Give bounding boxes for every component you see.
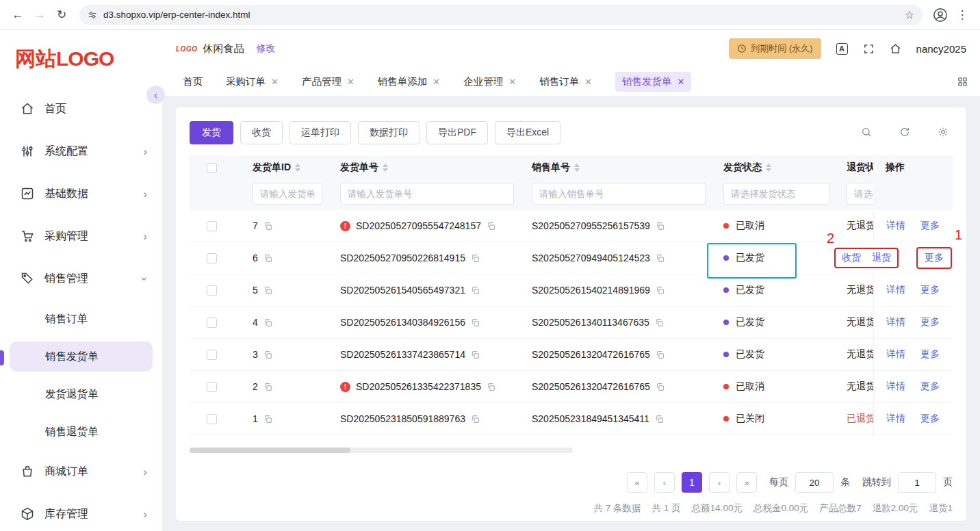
tab-sales-add[interactable]: 销售单添加✕ <box>378 75 440 88</box>
copy-icon[interactable] <box>471 254 480 263</box>
detail-link[interactable]: 详情 <box>886 316 905 328</box>
first-page-button[interactable]: « <box>627 472 647 493</box>
tab-home[interactable]: 首页 <box>183 75 203 88</box>
back-button[interactable]: ← <box>7 4 29 26</box>
translate-icon[interactable]: A <box>836 43 848 55</box>
close-icon[interactable]: ✕ <box>678 77 685 87</box>
prev-page-button[interactable]: ‹ <box>654 472 675 493</box>
copy-icon[interactable] <box>263 350 272 359</box>
close-icon[interactable]: ✕ <box>508 77 516 87</box>
bookmark-star-icon[interactable]: ☆ <box>901 8 918 21</box>
detail-link[interactable]: 详情 <box>886 220 905 232</box>
last-page-button[interactable]: » <box>736 472 757 493</box>
copy-icon[interactable] <box>656 222 665 231</box>
sidebar-item-basic-data[interactable]: 基础数据 › <box>10 177 153 211</box>
row-checkbox[interactable] <box>207 221 217 231</box>
export-pdf-button[interactable]: 导出PDF <box>426 121 488 144</box>
copy-icon[interactable] <box>471 286 480 295</box>
home-icon[interactable] <box>890 43 901 55</box>
row-checkbox[interactable] <box>207 382 217 392</box>
next-page-button[interactable]: › <box>709 472 730 493</box>
reload-button[interactable]: ↻ <box>51 4 73 26</box>
search-icon[interactable] <box>861 127 872 140</box>
sort-icon[interactable] <box>574 164 580 172</box>
select-all-checkbox[interactable] <box>207 163 217 173</box>
tab-product-mgmt[interactable]: 产品管理✕ <box>302 75 354 88</box>
close-icon[interactable]: ✕ <box>347 77 354 87</box>
copy-icon[interactable] <box>263 222 272 231</box>
profile-icon[interactable] <box>929 4 951 26</box>
ship-button[interactable]: 发货 <box>190 121 233 144</box>
filter-sales-no-input[interactable] <box>532 183 706 205</box>
copy-icon[interactable] <box>655 318 664 327</box>
settings-icon[interactable] <box>938 127 949 140</box>
refresh-icon[interactable] <box>899 127 910 140</box>
row-checkbox[interactable] <box>207 318 217 328</box>
tab-purchase-order[interactable]: 采购订单✕ <box>226 75 279 88</box>
copy-icon[interactable] <box>263 254 272 263</box>
copy-icon[interactable] <box>656 383 665 391</box>
page-button-1[interactable]: 1 <box>682 472 702 493</box>
sidebar-item-mall-order[interactable]: 商城订单 › <box>10 454 153 489</box>
sidebar-item-system-config[interactable]: 系统配置 › <box>10 134 153 168</box>
copy-icon[interactable] <box>471 318 480 327</box>
more-link[interactable]: 更多 <box>920 380 940 393</box>
data-print-button[interactable]: 数据打印 <box>358 121 420 144</box>
more-link[interactable]: 更多 <box>920 316 940 328</box>
sort-icon[interactable] <box>295 164 300 172</box>
sidebar-item-sales-order[interactable]: 销售订单 <box>10 304 153 334</box>
copy-icon[interactable] <box>263 383 272 391</box>
detail-link[interactable]: 详情 <box>886 284 905 296</box>
tab-sales-delivery[interactable]: 销售发货单✕ <box>615 72 691 92</box>
sidebar-item-sales-delivery[interactable]: 销售发货单 <box>10 341 153 372</box>
copy-icon[interactable] <box>471 350 480 359</box>
receive-button[interactable]: 收货 <box>240 121 283 144</box>
per-page-select[interactable]: 20 <box>795 472 834 493</box>
close-icon[interactable]: ✕ <box>271 77 279 87</box>
jump-input[interactable]: 1 <box>898 472 936 493</box>
copy-icon[interactable] <box>487 383 495 391</box>
copy-icon[interactable] <box>487 222 495 231</box>
row-checkbox[interactable] <box>207 253 217 263</box>
scrollbar-thumb[interactable] <box>190 448 350 453</box>
export-excel-button[interactable]: 导出Excel <box>495 121 560 144</box>
fullscreen-icon[interactable] <box>863 43 875 55</box>
copy-icon[interactable] <box>471 415 480 424</box>
close-icon[interactable]: ✕ <box>433 77 440 87</box>
row-checkbox[interactable] <box>207 350 217 360</box>
sidebar-item-inventory[interactable]: 库存管理 › <box>10 497 153 531</box>
sort-icon[interactable] <box>766 164 771 172</box>
sidebar-item-delivery-return[interactable]: 发货退货单 <box>10 379 153 409</box>
sidebar-item-home[interactable]: 首页 <box>10 92 153 126</box>
username[interactable]: nancy2025 <box>916 43 966 55</box>
forward-button[interactable]: → <box>29 4 51 26</box>
horizontal-scrollbar[interactable] <box>190 448 573 453</box>
copy-icon[interactable] <box>263 318 272 327</box>
copy-icon[interactable] <box>656 254 665 263</box>
more-link[interactable]: 更多 <box>920 220 940 232</box>
tab-enterprise[interactable]: 企业管理✕ <box>463 75 516 88</box>
receive-link[interactable]: 收货 <box>842 252 861 264</box>
tab-sales-order[interactable]: 销售订单✕ <box>539 75 592 88</box>
detail-link[interactable]: 详情 <box>886 380 905 393</box>
tabs-grid-icon[interactable] <box>957 77 968 87</box>
row-checkbox[interactable] <box>207 414 217 424</box>
row-checkbox[interactable] <box>207 285 217 296</box>
url-bar[interactable]: d3.shopxo.vip/erp-center-index.html ☆ <box>79 5 923 25</box>
copy-icon[interactable] <box>263 415 272 424</box>
copy-icon[interactable] <box>656 286 665 295</box>
waybill-print-button[interactable]: 运单打印 <box>289 121 351 144</box>
detail-link[interactable]: 详情 <box>886 348 905 361</box>
copy-icon[interactable] <box>656 350 665 359</box>
browser-menu-icon[interactable]: ⋮ <box>951 4 973 26</box>
sort-icon[interactable] <box>383 164 388 172</box>
filter-status-select[interactable] <box>723 183 830 205</box>
sidebar-item-purchase[interactable]: 采购管理 › <box>10 219 153 253</box>
sidebar-collapse-button[interactable]: ‹ <box>146 86 165 104</box>
sidebar-item-sales[interactable]: 销售管理 › <box>10 261 153 296</box>
detail-link[interactable]: 详情 <box>886 413 905 425</box>
filter-return-status-select[interactable] <box>847 183 873 205</box>
close-icon[interactable]: ✕ <box>584 77 592 87</box>
site-settings-icon[interactable] <box>88 10 97 20</box>
copy-icon[interactable] <box>655 415 664 424</box>
